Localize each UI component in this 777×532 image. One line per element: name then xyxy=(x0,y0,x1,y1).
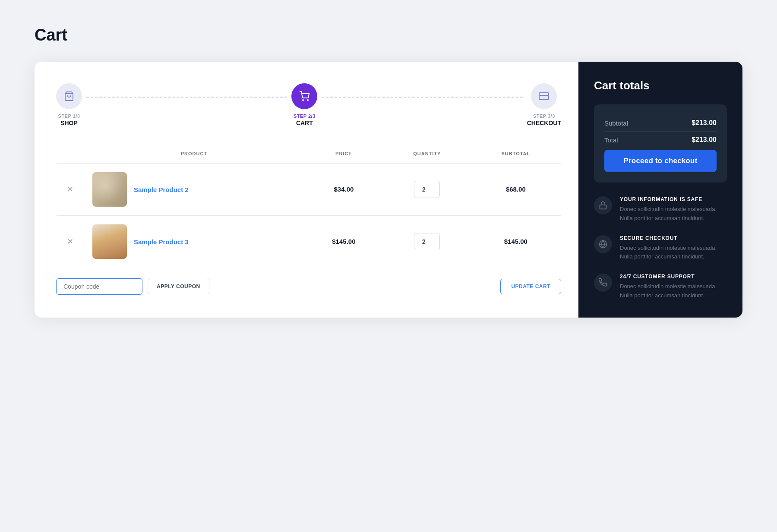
product-2-link[interactable]: Sample Product 2 xyxy=(134,186,189,193)
total-label: Total xyxy=(604,136,618,144)
svg-rect-3 xyxy=(539,93,549,100)
product-2-price: $34.00 xyxy=(334,186,354,193)
product-2-subtotal: $68.00 xyxy=(506,186,526,193)
trust-support-title: 24/7 CUSTOMER SUPPORT xyxy=(620,274,727,280)
step-checkout-number: STEP 3/3 xyxy=(527,113,561,119)
trust-items: YOUR INFORMATION IS SAFE Donec sollicitu… xyxy=(594,196,727,300)
step-shop-name: SHOP xyxy=(58,120,80,126)
product-3-subtotal: $145.00 xyxy=(504,238,527,245)
col-price: PRICE xyxy=(304,144,383,164)
trust-item-safe: YOUR INFORMATION IS SAFE Donec sollicitu… xyxy=(594,196,727,223)
table-row: ✕ Sample Product 2 $34.00 xyxy=(57,164,561,216)
step-checkout-name: CHECKOUT xyxy=(527,120,561,126)
trust-secure-desc: Donec sollicitudin molestie malesuada. N… xyxy=(620,244,727,262)
apply-coupon-button[interactable]: APPLY COUPON xyxy=(148,279,209,294)
trust-item-support: 24/7 CUSTOMER SUPPORT Donec sollicitudin… xyxy=(594,274,727,300)
step-cart-name: CART xyxy=(294,120,316,126)
step-checkout[interactable]: STEP 3/3 CHECKOUT xyxy=(527,83,561,126)
step-cart-number: STEP 2/3 xyxy=(294,113,316,119)
step-shop-label: STEP 1/3 SHOP xyxy=(58,113,80,126)
step-cart-label: STEP 2/3 CART xyxy=(294,113,316,126)
trust-item-secure: SECURE CHECKOUT Donec sollicitudin moles… xyxy=(594,235,727,262)
col-subtotal: SUBTOTAL xyxy=(471,144,561,164)
subtotal-row: Subtotal $213.00 xyxy=(604,115,717,131)
col-quantity: QUANTITY xyxy=(383,144,471,164)
trust-support-text: 24/7 CUSTOMER SUPPORT Donec sollicitudin… xyxy=(620,274,727,300)
subtotal-value: $213.00 xyxy=(692,119,717,127)
step-shop-circle xyxy=(56,83,82,109)
phone-icon xyxy=(594,274,612,292)
page-title: Cart xyxy=(35,26,742,44)
step-checkout-label: STEP 3/3 CHECKOUT xyxy=(527,113,561,126)
subtotal-label: Subtotal xyxy=(604,120,628,127)
total-value: $213.00 xyxy=(692,136,717,144)
remove-product-2-button[interactable]: ✕ xyxy=(65,184,75,195)
sidebar-content: Cart totals Subtotal $213.00 Total $213.… xyxy=(578,62,742,318)
sidebar-section: Cart totals Subtotal $213.00 Total $213.… xyxy=(578,62,742,318)
trust-secure-title: SECURE CHECKOUT xyxy=(620,235,727,241)
product-3-quantity[interactable] xyxy=(414,233,440,250)
cart-section: STEP 1/3 SHOP STEP 2/3 CART xyxy=(35,62,578,318)
main-container: STEP 1/3 SHOP STEP 2/3 CART xyxy=(35,62,742,318)
trust-safe-title: YOUR INFORMATION IS SAFE xyxy=(620,196,727,202)
coupon-input[interactable] xyxy=(56,278,142,295)
steps-container: STEP 1/3 SHOP STEP 2/3 CART xyxy=(56,83,561,126)
step-cart-circle xyxy=(291,83,317,109)
step-line-1 xyxy=(86,97,287,98)
product-2-cell: Sample Product 2 xyxy=(92,172,296,207)
total-row: Total $213.00 xyxy=(604,131,717,148)
product-3-cell: Sample Product 3 xyxy=(92,224,296,259)
globe-icon xyxy=(594,235,612,253)
step-checkout-circle xyxy=(531,83,557,109)
step-line-2 xyxy=(322,97,522,98)
remove-product-3-button[interactable]: ✕ xyxy=(65,236,75,247)
table-row: ✕ Sample Product 3 $145.00 xyxy=(57,216,561,268)
cart-totals-title: Cart totals xyxy=(594,79,727,92)
col-remove xyxy=(57,144,84,164)
lock-icon xyxy=(594,196,612,214)
step-shop[interactable]: STEP 1/3 SHOP xyxy=(56,83,82,126)
checkout-button[interactable]: Proceed to checkout xyxy=(604,150,717,172)
col-product: PRODUCT xyxy=(84,144,304,164)
cart-table: PRODUCT PRICE QUANTITY SUBTOTAL ✕ Sample… xyxy=(56,144,561,268)
product-3-link[interactable]: Sample Product 3 xyxy=(134,238,189,246)
product-3-price: $145.00 xyxy=(332,238,355,245)
totals-card: Subtotal $213.00 Total $213.00 Proceed t… xyxy=(594,104,727,183)
trust-safe-desc: Donec sollicitudin molestie malesuada. N… xyxy=(620,205,727,223)
product-2-image xyxy=(92,172,127,207)
step-cart[interactable]: STEP 2/3 CART xyxy=(291,83,317,126)
step-shop-number: STEP 1/3 xyxy=(58,113,80,119)
product-2-quantity[interactable] xyxy=(414,181,440,198)
svg-rect-5 xyxy=(600,205,606,209)
update-cart-button[interactable]: UPDATE CART xyxy=(500,279,561,294)
trust-safe-text: YOUR INFORMATION IS SAFE Donec sollicitu… xyxy=(620,196,727,223)
cart-actions: APPLY COUPON UPDATE CART xyxy=(56,278,561,295)
product-3-image xyxy=(92,224,127,259)
trust-support-desc: Donec sollicitudin molestie malesuada. N… xyxy=(620,282,727,300)
svg-point-1 xyxy=(303,100,303,101)
svg-point-2 xyxy=(307,100,308,101)
trust-secure-text: SECURE CHECKOUT Donec sollicitudin moles… xyxy=(620,235,727,262)
